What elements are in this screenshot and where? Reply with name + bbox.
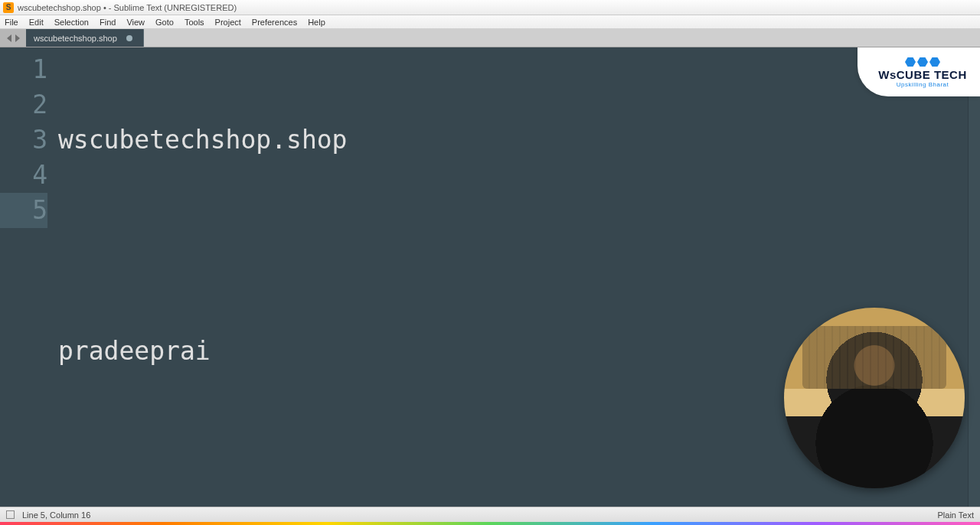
menu-preferences[interactable]: Preferences [252, 18, 297, 27]
line-number: 2 [0, 87, 47, 122]
menu-selection[interactable]: Selection [54, 18, 89, 27]
menu-view[interactable]: View [126, 18, 145, 27]
menu-find[interactable]: Find [100, 18, 116, 27]
menu-edit[interactable]: Edit [29, 18, 44, 27]
dirty-indicator-icon [126, 35, 132, 41]
editor[interactable]: 1 2 3 4 5 wscubetechshop.shop pradeeprai… [0, 47, 980, 507]
menu-project[interactable]: Project [215, 18, 241, 27]
tab-bar: wscubetechshop.shop [0, 29, 980, 47]
line-number: 1 [0, 52, 47, 87]
window-title: wscubetechshop.shop • - Sublime Text (UN… [18, 3, 237, 12]
chevron-right-icon [15, 34, 21, 42]
brand-watermark: WsCUBE TECH Upskilling Bharat [858, 47, 980, 96]
panel-switcher-icon[interactable] [6, 510, 15, 519]
status-position[interactable]: Line 5, Column 16 [22, 510, 90, 520]
line-number: 4 [0, 158, 47, 193]
minimap[interactable] [968, 47, 980, 507]
menu-goto[interactable]: Goto [155, 18, 174, 27]
webcam-overlay [784, 308, 965, 488]
tab-label: wscubetechshop.shop [34, 34, 117, 43]
tab-history-nav[interactable] [0, 29, 26, 47]
os-taskbar-sliver [0, 522, 980, 525]
menu-help[interactable]: Help [308, 18, 325, 27]
status-syntax[interactable]: Plain Text [938, 510, 975, 520]
menu-bar: File Edit Selection Find View Goto Tools… [0, 15, 980, 29]
line-gutter: 1 2 3 4 5 [0, 47, 58, 507]
app-icon: S [3, 2, 14, 13]
line-number: 5 [0, 193, 47, 228]
window-titlebar: S wscubetechshop.shop • - Sublime Text (… [0, 0, 980, 15]
line-number: 3 [0, 122, 47, 158]
status-bar: Line 5, Column 16 Plain Text [0, 507, 980, 522]
brand-hex-icon [905, 57, 940, 67]
code-line[interactable]: wscubetechshop.shop [58, 122, 968, 158]
code-line[interactable] [58, 228, 968, 263]
tab-wscubetechshop[interactable]: wscubetechshop.shop [26, 29, 144, 47]
brand-name: WsCUBE TECH [878, 68, 967, 81]
brand-tagline: Upskilling Bharat [897, 81, 949, 88]
menu-tools[interactable]: Tools [185, 18, 204, 27]
chevron-left-icon [6, 34, 12, 42]
menu-file[interactable]: File [5, 18, 18, 27]
